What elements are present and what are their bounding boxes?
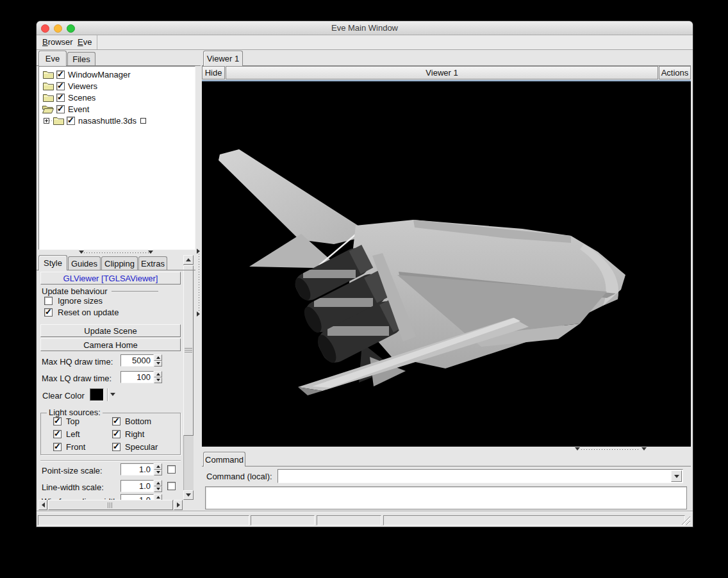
scroll-up-button[interactable] [183, 255, 194, 265]
point-size-input[interactable] [120, 463, 154, 475]
tree-item[interactable]: nasashuttle.3ds [39, 115, 193, 127]
tree-item-extra-box[interactable] [140, 118, 146, 124]
folder-open-icon [42, 104, 54, 113]
spin-up-icon[interactable] [154, 371, 162, 377]
splitter-dots [581, 449, 640, 450]
spin-down-icon[interactable] [154, 486, 162, 493]
light-left-checkbox[interactable] [53, 430, 62, 438]
folder-icon [43, 81, 54, 90]
statusbar-section [317, 515, 381, 525]
ignore-sizes-checkbox[interactable] [44, 297, 53, 305]
command-combobox[interactable] [277, 469, 683, 483]
tree-item[interactable]: WindowManager [39, 69, 193, 81]
spin-up-icon[interactable] [154, 463, 162, 470]
tab-command[interactable]: Command [203, 452, 245, 467]
tab-clipping-label: Clipping [104, 259, 135, 268]
gl-viewport[interactable] [202, 81, 691, 447]
tab-style[interactable]: Style [38, 255, 67, 270]
folder-icon [43, 70, 54, 79]
command-dropdown-button[interactable] [671, 470, 682, 482]
light-bottom-label: Bottom [125, 417, 151, 426]
line-width-extra-checkbox[interactable] [167, 482, 176, 490]
light-bottom-checkbox[interactable] [112, 417, 120, 425]
spin-down-icon[interactable] [154, 361, 162, 367]
actions-button[interactable]: Actions [659, 66, 691, 79]
spin-down-icon[interactable] [154, 377, 162, 384]
color-dropdown-icon[interactable] [110, 393, 115, 396]
menu-eve[interactable]: Eve [75, 35, 94, 49]
style-vscrollbar[interactable] [183, 255, 194, 500]
max-hq-stepper[interactable] [154, 354, 162, 367]
viewer-title-bar[interactable]: Viewer 1 [226, 66, 658, 79]
reset-on-update-checkbox[interactable] [44, 308, 53, 317]
statusbar-section [251, 515, 315, 525]
tree-item-checkbox[interactable] [56, 70, 65, 79]
camera-home-button[interactable]: Camera Home [40, 338, 181, 351]
scroll-left-button[interactable] [38, 500, 47, 510]
expand-plus-icon[interactable] [44, 118, 49, 124]
command-local-label: Command (local): [206, 472, 272, 481]
tab-extras-label: Extras [141, 259, 165, 268]
tree-item[interactable]: Scenes [39, 92, 193, 104]
menu-browser[interactable]: Browser [40, 35, 76, 49]
update-behaviour-title: Update behaviour [42, 286, 108, 296]
tree-style-splitter[interactable] [37, 250, 201, 255]
scroll-thumb[interactable] [183, 265, 194, 436]
spin-up-icon[interactable] [154, 480, 162, 486]
title-bar[interactable]: Eve Main Window [37, 21, 693, 35]
tree-item-checkbox[interactable] [56, 105, 65, 113]
spin-down-icon[interactable] [154, 470, 162, 476]
scroll-right-button[interactable] [174, 500, 183, 510]
statusbar-section [38, 515, 249, 525]
scroll-down-button[interactable] [183, 490, 194, 500]
light-top-label: Top [66, 417, 79, 426]
max-lq-stepper[interactable] [154, 371, 162, 383]
max-lq-input[interactable] [120, 371, 154, 383]
max-hq-input[interactable] [120, 354, 154, 367]
tree-item-checkbox[interactable] [67, 117, 75, 125]
command-input[interactable] [279, 470, 671, 482]
clear-color-swatch[interactable] [90, 388, 104, 401]
tree-item[interactable]: Event [39, 104, 193, 115]
command-output[interactable] [205, 486, 687, 509]
window-title: Eve Main Window [37, 21, 693, 35]
update-behaviour-header: Update behaviour [42, 286, 158, 296]
tree-item-checkbox[interactable] [56, 94, 65, 102]
glviewer-button[interactable]: GLViewer [TGLSAViewer] [40, 272, 181, 285]
camera-home-label: Camera Home [83, 340, 138, 350]
folder-icon [43, 93, 54, 102]
style-hscrollbar[interactable] [38, 500, 183, 510]
spin-up-icon[interactable] [154, 354, 162, 361]
command-tabline [202, 466, 691, 467]
tree-item-checkbox[interactable] [56, 82, 65, 90]
point-size-extra-checkbox[interactable] [167, 465, 176, 474]
tab-extras[interactable]: Extras [138, 256, 167, 270]
eve-tree-view[interactable]: WindowManager Viewers Scenes Event nasas… [38, 66, 195, 250]
viewer-command-splitter[interactable] [202, 447, 691, 452]
tree-item[interactable]: Viewers [39, 81, 193, 92]
update-scene-button[interactable]: Update Scene [40, 324, 181, 337]
light-right-checkbox[interactable] [112, 430, 120, 438]
wireframe-stepper[interactable] [154, 494, 162, 500]
tab-eve[interactable]: Eve [38, 51, 67, 66]
line-width-stepper[interactable] [154, 480, 162, 492]
light-specular-checkbox[interactable] [112, 443, 120, 451]
line-width-label: Line-width scale: [42, 483, 104, 492]
tab-files[interactable]: Files [67, 52, 95, 65]
light-front-label: Front [66, 442, 85, 452]
tree-item-label: WindowManager [68, 70, 131, 79]
tree-item-label: Viewers [68, 81, 97, 91]
scroll-thumb[interactable] [48, 500, 173, 510]
point-size-stepper[interactable] [154, 463, 162, 475]
tab-clipping[interactable]: Clipping [101, 256, 138, 270]
light-top-checkbox[interactable] [53, 417, 62, 425]
thumb-grip-icon [185, 348, 192, 353]
tab-viewer-1[interactable]: Viewer 1 [203, 51, 243, 66]
hide-button[interactable]: Hide [202, 66, 225, 79]
tab-guides[interactable]: Guides [68, 256, 101, 270]
wireframe-input[interactable] [120, 494, 154, 500]
spin-up-icon[interactable] [154, 494, 162, 500]
panel-vsplitter[interactable] [195, 50, 202, 510]
light-front-checkbox[interactable] [53, 443, 62, 451]
line-width-input[interactable] [120, 480, 154, 492]
